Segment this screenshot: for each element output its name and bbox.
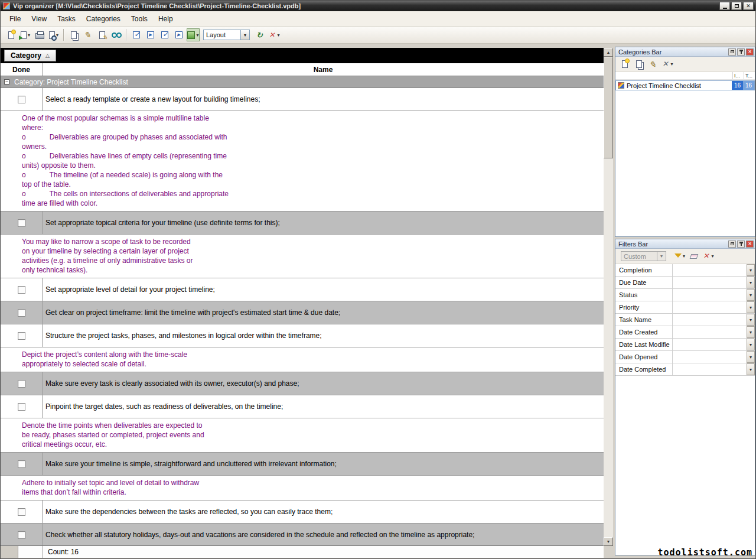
filter-preset-combobox[interactable]: Custom ▾ (621, 251, 666, 261)
menu-file[interactable]: File (4, 12, 26, 25)
menu-tasks[interactable]: Tasks (52, 12, 81, 25)
category-group-row[interactable]: − Category: Project Timeline Checklist (1, 76, 604, 88)
menu-categories[interactable]: Categories (81, 12, 126, 25)
save-filter-button[interactable]: ▾ (673, 250, 686, 263)
filter-dropdown-icon[interactable]: ▾ (747, 351, 755, 363)
new-subcategory-button[interactable] (633, 58, 646, 71)
filters-maximize-button[interactable] (728, 240, 736, 248)
task-row[interactable]: Make sure the dependencies between the t… (1, 500, 604, 524)
filter-dropdown-icon[interactable]: ▾ (747, 314, 755, 326)
minimize-button[interactable] (719, 2, 730, 10)
vertical-scrollbar[interactable]: ▲ ▼ (604, 48, 613, 546)
task-row[interactable]: Make sure every task is clearly associat… (1, 372, 604, 395)
categories-pin-button[interactable] (737, 48, 745, 56)
task-checkbox[interactable] (18, 219, 25, 227)
open-item-button[interactable]: ▾ (19, 28, 32, 41)
filter-row-priority[interactable]: Priority▾ (615, 301, 755, 314)
filter-preset-value[interactable]: Custom (621, 251, 657, 261)
copy-button[interactable] (67, 28, 80, 41)
complete-task-button[interactable] (130, 28, 143, 41)
filter-dropdown-icon[interactable]: ▾ (747, 339, 755, 350)
filter-row-status[interactable]: Status▾ (615, 289, 755, 301)
edit-note-button[interactable] (96, 28, 109, 41)
task-checkbox[interactable] (18, 531, 25, 539)
filter-dropdown-icon[interactable]: ▾ (747, 264, 755, 276)
filter-dropdown-icon[interactable]: ▾ (747, 301, 755, 313)
task-row[interactable]: Set appropriate topical criteria for you… (1, 212, 604, 235)
category-sort-button[interactable]: Category △ (4, 50, 56, 61)
new-category-button[interactable] (618, 58, 631, 71)
collapse-icon[interactable]: − (4, 79, 9, 84)
filter-row-date-opened[interactable]: Date Opened▾ (615, 351, 755, 363)
refresh-view-button[interactable] (253, 28, 266, 41)
print-preview-button[interactable]: ▾ (47, 28, 60, 41)
approve-task-button[interactable] (158, 28, 171, 41)
category-item[interactable]: Project Timeline Checklist 16 16 (615, 80, 755, 90)
filter-value[interactable] (673, 363, 747, 375)
filter-dropdown-icon[interactable]: ▾ (747, 277, 755, 288)
filter-row-date-last-modifie[interactable]: Date Last Modifie▾ (615, 339, 755, 351)
column-header-name[interactable]: Name (43, 63, 604, 76)
clear-filter-button[interactable] (687, 250, 700, 263)
scroll-up-icon[interactable]: ▲ (604, 48, 613, 57)
menu-tools[interactable]: Tools (126, 12, 153, 25)
maximize-button[interactable] (731, 2, 742, 10)
filters-close-button[interactable]: ✕ (746, 240, 754, 248)
filter-row-task-name[interactable]: Task Name▾ (615, 314, 755, 326)
task-checkbox[interactable] (18, 286, 25, 294)
filter-row-completion[interactable]: Completion▾ (615, 264, 755, 277)
delete-view-button[interactable]: ▾ (268, 28, 281, 41)
categories-maximize-button[interactable] (728, 48, 736, 56)
filter-row-date-created[interactable]: Date Created▾ (615, 326, 755, 339)
task-checkbox[interactable] (18, 96, 25, 103)
task-checkbox[interactable] (18, 309, 25, 317)
view-mode-button[interactable]: ▾ (187, 28, 200, 41)
edit-button[interactable] (82, 28, 94, 41)
task-checkbox[interactable] (18, 403, 25, 411)
task-row[interactable]: Check whether all statutory holidays, da… (1, 524, 604, 545)
filter-row-date-completed[interactable]: Date Completed▾ (615, 363, 755, 376)
filter-dropdown-icon[interactable]: ▾ (747, 363, 755, 375)
filters-pin-button[interactable] (737, 240, 745, 248)
filter-dropdown-icon[interactable]: ▾ (747, 326, 755, 338)
task-checkbox[interactable] (18, 460, 25, 468)
layout-combobox-value[interactable]: Layout (203, 30, 241, 40)
edit-category-button[interactable] (647, 58, 660, 71)
filter-value[interactable] (673, 301, 747, 313)
scrollbar-thumb[interactable] (604, 57, 613, 158)
new-item-button[interactable] (5, 28, 18, 41)
menu-help[interactable]: Help (153, 12, 178, 25)
filter-value[interactable] (673, 351, 747, 363)
filter-value[interactable] (673, 339, 747, 350)
filter-value[interactable] (673, 326, 747, 338)
task-checkbox[interactable] (18, 332, 25, 340)
categories-close-button[interactable]: ✕ (746, 48, 754, 56)
filter-value[interactable] (673, 289, 747, 301)
filter-dropdown-icon[interactable]: ▾ (747, 289, 755, 301)
task-row[interactable]: Get clear on project timeframe: limit th… (1, 301, 604, 324)
scroll-down-icon[interactable]: ▼ (604, 537, 613, 546)
filter-row-due-date[interactable]: Due Date▾ (615, 277, 755, 289)
task-forward-button[interactable] (144, 28, 157, 41)
layout-combobox[interactable]: Layout ▾ (203, 30, 250, 40)
task-row[interactable]: Pinpoint the target dates, such as readi… (1, 395, 604, 418)
print-button[interactable] (33, 28, 46, 41)
reading-pane-button[interactable] (110, 28, 123, 41)
task-checkbox[interactable] (18, 508, 25, 516)
categories-column-1[interactable]: I... (732, 72, 744, 79)
column-header-done[interactable]: Done (1, 63, 43, 76)
task-checkbox[interactable] (18, 380, 25, 388)
close-button[interactable]: ✕ (743, 2, 754, 10)
delete-filter-button[interactable]: ▾ (702, 250, 715, 263)
combobox-arrow-icon[interactable]: ▾ (240, 30, 250, 40)
delete-category-button[interactable]: ▾ (661, 58, 674, 71)
menu-view[interactable]: View (26, 12, 52, 25)
filter-value[interactable] (673, 264, 747, 276)
task-row[interactable]: Make sure your timeline is simple, strai… (1, 453, 604, 476)
task-row[interactable]: Select a ready template or create a new … (1, 88, 604, 111)
combobox-arrow-icon[interactable]: ▾ (657, 251, 666, 261)
assign-task-button[interactable] (172, 28, 185, 41)
task-row[interactable]: Structure the project tasks, phases, and… (1, 324, 604, 347)
categories-column-2[interactable]: T... (744, 72, 755, 79)
filter-value[interactable] (673, 314, 747, 326)
